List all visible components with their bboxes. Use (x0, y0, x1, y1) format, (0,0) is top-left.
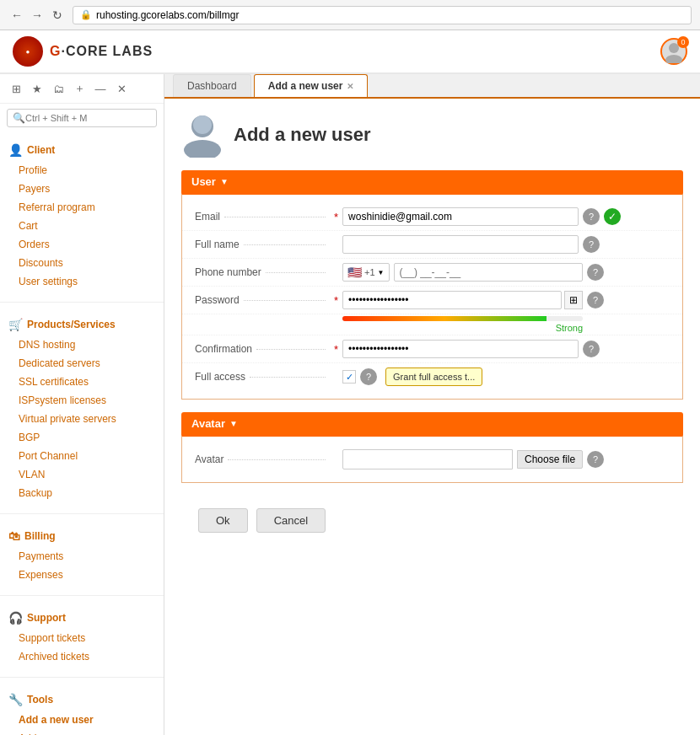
avatar-section-header[interactable]: Avatar ▼ (181, 412, 683, 435)
fullname-help-icon[interactable]: ? (583, 236, 600, 253)
sidebar-item-payments[interactable]: Payments (0, 547, 164, 566)
strength-fill (342, 316, 547, 321)
tab-add-user[interactable]: Add a new user ✕ (254, 74, 369, 97)
sidebar-item-dns[interactable]: DNS hosting (0, 335, 164, 354)
avatar-spacer: * (334, 453, 338, 466)
sidebar-item-archived-tickets[interactable]: Archived tickets (0, 647, 164, 666)
fullname-spacer: * (334, 239, 338, 251)
forward-button[interactable]: → (29, 7, 46, 24)
sidebar-item-vps[interactable]: Virtual private servers (0, 410, 164, 428)
sidebar-item-port-channel[interactable]: Port Channel (0, 447, 164, 465)
sidebar-item-orders[interactable]: Orders (0, 235, 164, 254)
ok-button[interactable]: Ok (198, 508, 248, 533)
sidebar-item-bgp[interactable]: BGP (0, 428, 164, 447)
divider-1 (0, 302, 164, 303)
fullname-label: Full name (195, 239, 330, 250)
fullaccess-checkbox-row: ✓ (342, 370, 356, 384)
sidebar-item-isp[interactable]: ISPsystem licenses (0, 391, 164, 410)
sidebar-category-support[interactable]: 🎧 Support (0, 607, 164, 629)
phone-help-icon[interactable]: ? (587, 264, 604, 281)
sidebar-item-add-payer[interactable]: Add a payer (0, 729, 164, 735)
user-avatar[interactable]: 0 (660, 38, 687, 65)
address-bar[interactable]: 🔒 ruhosting.gcorelabs.com/billmgr (73, 6, 692, 24)
sidebar-item-dedicated[interactable]: Dedicated servers (0, 354, 164, 373)
sidebar-item-discounts[interactable]: Discounts (0, 254, 164, 272)
user-section-header[interactable]: User ▼ (181, 170, 683, 193)
sidebar-category-client[interactable]: 👤 Client (0, 139, 164, 161)
sidebar-item-user-settings[interactable]: User settings (0, 272, 164, 291)
confirmation-help-icon[interactable]: ? (583, 341, 600, 357)
flag-dropdown-arrow: ▼ (378, 269, 385, 276)
flag-icon: 🇺🇸 (347, 266, 362, 279)
client-label: Client (27, 144, 55, 156)
sidebar-item-add-user[interactable]: Add a new user (0, 711, 164, 729)
phone-spacer: * (334, 266, 338, 279)
form-row-avatar: Avatar * Choose file ? (182, 445, 682, 474)
tab-dashboard[interactable]: Dashboard (173, 74, 251, 97)
sidebar-item-expenses[interactable]: Expenses (0, 566, 164, 584)
sidebar-category-billing[interactable]: 🛍 Billing (0, 525, 164, 547)
confirmation-label: Confirmation (195, 343, 330, 355)
sidebar-item-profile[interactable]: Profile (0, 161, 164, 180)
form-row-fullaccess: Full access * ✓ ? Grant full access t... (182, 363, 682, 390)
fullname-field[interactable] (342, 235, 579, 254)
sidebar-item-ssl[interactable]: SSL certificates (0, 373, 164, 391)
star-icon[interactable]: ★ (28, 79, 46, 98)
password-toggle-button[interactable]: ⊞ (564, 291, 583, 309)
fullaccess-label: Full access (195, 371, 330, 383)
email-field[interactable] (342, 207, 579, 226)
sidebar-item-backup[interactable]: Backup (0, 484, 164, 502)
minimize-icon[interactable]: — (91, 79, 110, 98)
svg-point-1 (665, 55, 682, 63)
email-valid-icon: ✓ (604, 208, 621, 225)
billing-label: Billing (24, 530, 56, 542)
strength-bar-container: Strong (342, 316, 583, 333)
search-box[interactable]: 🔍 (7, 109, 157, 127)
sidebar-category-tools[interactable]: 🔧 Tools (0, 689, 164, 711)
password-help-icon[interactable]: ? (587, 292, 604, 308)
password-field[interactable] (342, 291, 562, 309)
sidebar-toolbar: ⊞ ★ 🗂 ＋ — ✕ (0, 74, 164, 104)
cancel-button[interactable]: Cancel (256, 508, 326, 533)
password-label: Password (195, 294, 330, 306)
logo-text: G·CORE LABS (50, 44, 153, 59)
avatar-help-icon[interactable]: ? (587, 451, 604, 468)
tab-add-user-label: Add a new user (268, 80, 343, 92)
add-icon[interactable]: ＋ (70, 79, 89, 98)
sidebar-item-referral[interactable]: Referral program (0, 198, 164, 217)
fullaccess-help-icon[interactable]: ? (360, 368, 377, 385)
confirmation-field[interactable] (342, 340, 579, 358)
sidebar-item-vlan[interactable]: VLAN (0, 465, 164, 484)
sidebar-item-support-tickets[interactable]: Support tickets (0, 629, 164, 647)
confirmation-required: * (334, 343, 338, 356)
back-button[interactable]: ← (8, 7, 25, 24)
sidebar-section-tools: 🔧 Tools Add a new user Add a payer (0, 682, 164, 735)
choose-file-button[interactable]: Choose file (517, 450, 583, 469)
grid-icon[interactable]: ⊞ (7, 79, 25, 98)
phone-field[interactable] (394, 263, 584, 282)
action-buttons: Ok Cancel (181, 496, 683, 545)
sidebar-category-products[interactable]: 🛒 Products/Services (0, 314, 164, 335)
bookmark-icon[interactable]: 🗂 (49, 79, 67, 98)
email-help-icon[interactable]: ? (583, 208, 600, 225)
url-text: ruhosting.gcorelabs.com/billmgr (96, 9, 239, 21)
flag-select[interactable]: 🇺🇸 +1 ▼ (342, 263, 389, 282)
close-icon[interactable]: ✕ (112, 79, 131, 98)
tools-icon: 🔧 (8, 693, 23, 706)
svg-point-3 (184, 140, 221, 158)
sidebar-item-cart[interactable]: Cart (0, 217, 164, 235)
refresh-button[interactable]: ↻ (49, 7, 66, 24)
notification-badge: 0 (677, 36, 689, 48)
search-input[interactable] (25, 113, 151, 123)
avatar-label: Avatar (195, 453, 330, 465)
client-icon: 👤 (8, 143, 23, 157)
sidebar-item-payers[interactable]: Payers (0, 180, 164, 198)
tab-bar: Dashboard Add a new user ✕ (164, 74, 700, 99)
tab-close-icon[interactable]: ✕ (347, 82, 353, 91)
form-row-email: Email * ? ✓ (182, 203, 682, 231)
form-container: Add a new user User ▼ Email * (164, 99, 700, 735)
fullaccess-checkbox[interactable]: ✓ (342, 370, 356, 384)
divider-4 (0, 677, 164, 678)
email-label: Email (195, 211, 330, 223)
main-layout: ⊞ ★ 🗂 ＋ — ✕ 🔍 👤 Client Profile Payers (0, 74, 700, 735)
